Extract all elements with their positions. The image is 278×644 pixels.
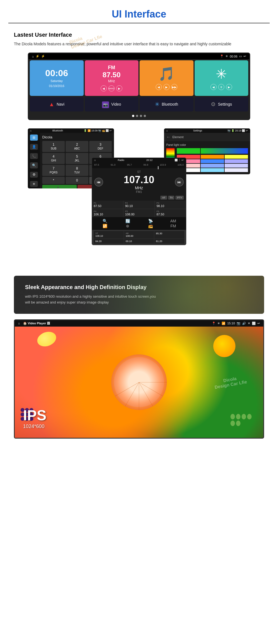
radio-ctrl-1[interactable]: 🔍 — [94, 219, 116, 223]
swatch-yellow[interactable] — [225, 155, 248, 159]
bt-contact-icon[interactable]: 👤 — [30, 144, 38, 150]
radio-ctrl-2[interactable]: 🔄 — [116, 219, 139, 223]
swatch-verylight[interactable] — [225, 168, 248, 172]
swatch-blue[interactable] — [201, 159, 224, 163]
bt-bt-icon[interactable]: ✳ — [30, 181, 38, 187]
extra-preset-5[interactable]: 00.10 — [124, 239, 154, 244]
nav-tile-settings[interactable]: ⚙ Settings — [195, 97, 249, 111]
radio-next-btn[interactable]: ⏭ — [175, 178, 184, 187]
radio-ctrl-fm[interactable]: FM — [162, 224, 184, 228]
key-4[interactable]: 4GHI — [42, 153, 65, 164]
call-btn[interactable]: 📞 — [42, 185, 77, 188]
extra-preset-1[interactable]: ST 108.10 — [94, 231, 124, 238]
navi-label: Navi — [57, 102, 64, 106]
fm-next-btn[interactable]: ▶ — [116, 85, 122, 91]
bt-call-icon[interactable]: 📞 — [30, 153, 38, 159]
radio-nav-prev[interactable]: ⏮ — [94, 178, 103, 187]
home-icon: ⌂ — [32, 55, 34, 58]
nav-tile-navi[interactable]: ▲ Navi — [30, 97, 84, 111]
preset-p2[interactable]: P2 90.10 — [123, 201, 155, 209]
video-content-area: IPS 1024*600 Dicola Design Car Lfie — [15, 327, 263, 438]
ips-text: IPS — [23, 407, 46, 424]
radio-presets: P1 87.50 P2 90.10 P3 98.10 P4 106.10 P5 — [92, 201, 186, 217]
music-prev-btn[interactable]: ◀ — [156, 84, 162, 90]
flag-ta[interactable]: TA — [168, 196, 175, 200]
status-bar-left: ⌂ ⚡ ⚡ — [32, 54, 45, 58]
key-1[interactable]: 1SUB — [42, 141, 65, 152]
preset-p5[interactable]: P5 108.00 — [123, 209, 155, 217]
segment-60 — [139, 382, 153, 406]
swatch-orange[interactable] — [201, 155, 224, 159]
settings-element-label: Element — [172, 135, 183, 139]
bt-prev-btn[interactable]: ◀ — [210, 84, 217, 90]
radio-ctrl-am[interactable]: AM — [162, 219, 184, 223]
top-swatches — [177, 148, 248, 154]
extra-preset-3[interactable]: 85.30 — [154, 231, 184, 238]
swatch-green-blue[interactable] — [201, 148, 248, 154]
section-1: Dicola Design Car Lfie Lastest User Inte… — [0, 32, 278, 253]
preset-p6[interactable]: P6 87.50 — [155, 209, 186, 217]
bluetooth-tile[interactable]: ✳ ◀ ⏸ ▶ — [195, 60, 249, 96]
settings-label: Settings — [218, 102, 232, 106]
usb-icon-2: ⚡ — [41, 54, 45, 58]
settings-back-icon[interactable]: ← — [166, 135, 171, 140]
main-ui-screenshot: ⌂ ⚡ ⚡ 📍 ✳ 00:06 ▭ ↩ 00:06 Saturday 01/10… — [28, 53, 250, 120]
swatch-lavender[interactable] — [225, 164, 248, 168]
fm-prev-btn[interactable]: ◀ — [101, 85, 107, 91]
nav-tile-bluetooth[interactable]: ✳ Bluetooth — [140, 97, 193, 111]
preset-p4[interactable]: P4 106.10 — [92, 209, 123, 217]
key-8[interactable]: 8TUV — [66, 165, 88, 176]
music-next-btn[interactable]: ▶▶ — [171, 84, 177, 90]
key-0[interactable]: 0 — [66, 177, 88, 184]
bluetooth-status-icon: ✳ — [225, 54, 228, 58]
extra-preset-4[interactable]: 84.20 — [94, 239, 124, 244]
fm-tile[interactable]: FM 87.50 MHz ◀ BAND ▶ — [85, 60, 139, 96]
bt-dialpad-icon[interactable]: ⊞ — [30, 135, 38, 140]
settings-icon: ⚙ — [211, 101, 216, 108]
dot-indicator — [29, 113, 249, 119]
preset-p1[interactable]: P1 87.50 — [92, 201, 123, 209]
bt-search-icon[interactable]: 🔍 — [30, 162, 38, 168]
swatch-lightblue[interactable] — [225, 159, 248, 163]
fm-band-btn[interactable]: BAND — [108, 85, 115, 91]
clock-tile[interactable]: 00:06 Saturday 01/10/2016 — [30, 60, 84, 96]
flag-af[interactable]: AF — [160, 196, 167, 200]
bt-next-btn[interactable]: ▶ — [226, 84, 232, 90]
settings-screen-title: Settings — [193, 129, 202, 132]
video-window-icon: ⬜ — [252, 322, 256, 325]
bt-settings-icon[interactable]: ⚙ — [30, 172, 38, 178]
video-camera-icon: 📷 — [237, 322, 240, 325]
bt-play-btn[interactable]: ⏸ — [218, 84, 224, 90]
video-player-screenshot: ⌂ 🏠 Video Player 🖼 📍 ✳ 📶 15:10 📷 🔊 ✕ ⬜ ↩ — [14, 319, 264, 439]
video-status-left: ⌂ 🏠 Video Player 🖼 — [18, 322, 50, 325]
key-2[interactable]: 2ABC — [66, 141, 88, 152]
fm-label: FM — [108, 65, 115, 71]
key-star[interactable]: * — [42, 177, 65, 184]
dot-4 — [144, 115, 146, 117]
bt-screen-title: Bluetooth — [52, 129, 63, 132]
radio-ctrl-3[interactable]: 📡 — [139, 219, 162, 223]
music-tile[interactable]: 🎵 ◀ ▶ ▶▶ — [140, 60, 193, 96]
radio-ctrl-4[interactable]: 🔁 — [94, 224, 116, 228]
swatch-medblue[interactable] — [201, 164, 224, 168]
key-7[interactable]: 7PQRS — [42, 165, 65, 176]
segment-0 — [139, 382, 167, 382]
radio-nav-next[interactable]: ⏭ — [175, 178, 184, 187]
green-grapes — [230, 413, 252, 427]
radio-ctrl-5[interactable]: ⊛ — [116, 224, 139, 228]
section2-banner: Sleek Appearance and High Definition Dis… — [14, 276, 264, 314]
radio-prev-btn[interactable]: ⏮ — [94, 178, 103, 187]
music-controls: ◀ ▶ ▶▶ — [156, 84, 177, 90]
key-5[interactable]: 5JKL — [66, 153, 88, 164]
flag-pty[interactable]: PTY — [175, 196, 184, 200]
extra-preset-6[interactable]: 81.20 — [154, 239, 184, 244]
music-play-btn[interactable]: ▶ — [163, 84, 170, 90]
extra-preset-2[interactable]: AB 108.00 — [124, 231, 154, 238]
key-3[interactable]: 3DEF — [89, 141, 112, 152]
bt-icon-list: ⊞ 👤 📞 🔍 ⚙ ✳ — [28, 133, 40, 188]
swatch-cyan[interactable] — [201, 168, 224, 172]
swatch-green[interactable] — [177, 148, 200, 154]
radio-ctrl-6[interactable]: 📻 — [139, 224, 162, 228]
nav-tile-video[interactable]: 📷 Video — [85, 97, 139, 111]
preset-p3[interactable]: P3 98.10 — [155, 201, 186, 209]
